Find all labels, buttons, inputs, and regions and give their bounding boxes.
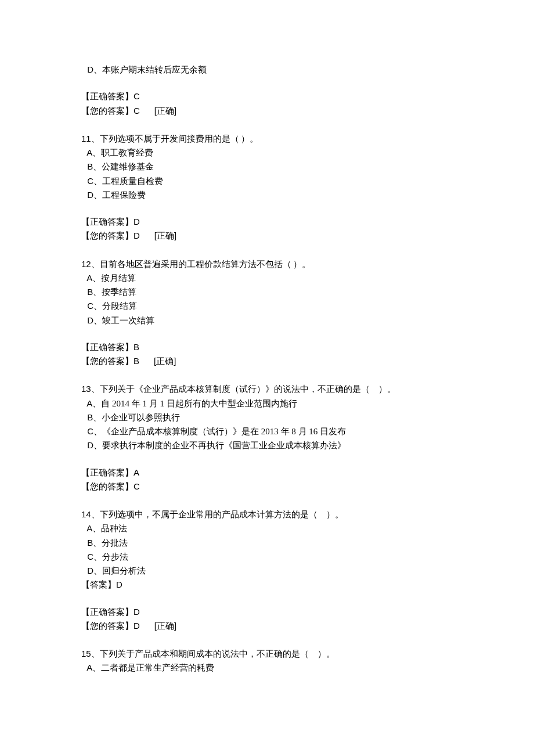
- option-c: C、分步法: [81, 550, 453, 564]
- option-c: C、《企业产品成本核算制度（试行）》是在 2013 年 8 月 16 日发布: [81, 424, 453, 438]
- question-15: 15、下列关于产品成本和期间成本的说法中，不正确的是（ ）。 A、二者都是正常生…: [81, 647, 453, 675]
- option-d: D、回归分析法: [81, 564, 453, 578]
- question-stem: 13、下列关于《企业产品成本核算制度（试行）》的说法中，不正确的是（ ）。: [81, 382, 453, 396]
- correct-answer: 【正确答案】C: [81, 89, 453, 103]
- your-answer: 【您的答案】C [正确]: [81, 104, 453, 118]
- option-a: A、职工教育经费: [81, 146, 453, 160]
- option-d: D、工程保险费: [81, 188, 453, 202]
- option-a: A、自 2014 年 1 月 1 日起所有的大中型企业范围内施行: [81, 397, 453, 411]
- question-13: 13、下列关于《企业产品成本核算制度（试行）》的说法中，不正确的是（ ）。 A、…: [81, 382, 453, 494]
- correct-answer: 【正确答案】A: [81, 466, 453, 480]
- your-answer: 【您的答案】B [正确]: [81, 354, 453, 368]
- option-a: A、二者都是正常生产经营的耗费: [81, 661, 453, 675]
- question-10-partial: D、本账户期末结转后应无余额 【正确答案】C 【您的答案】C [正确]: [81, 63, 453, 118]
- question-stem: 12、目前各地区普遍采用的工程价款结算方法不包括（ ）。: [81, 257, 453, 271]
- question-11: 11、下列选项不属于开发间接费用的是（ ）。 A、职工教育经费 B、公建维修基金…: [81, 132, 453, 243]
- question-14: 14、下列选项中，不属于企业常用的产品成本计算方法的是（ ）。 A、品种法 B、…: [81, 507, 453, 633]
- your-answer: 【您的答案】D [正确]: [81, 229, 453, 243]
- question-12: 12、目前各地区普遍采用的工程价款结算方法不包括（ ）。 A、按月结算 B、按季…: [81, 257, 453, 369]
- inline-answer: 【答案】D: [81, 578, 453, 592]
- option-c: C、工程质量自检费: [81, 174, 453, 188]
- question-stem: 15、下列关于产品成本和期间成本的说法中，不正确的是（ ）。: [81, 647, 453, 661]
- option-a: A、按月结算: [81, 271, 453, 285]
- option-b: B、分批法: [81, 536, 453, 550]
- exam-page: D、本账户期末结转后应无余额 【正确答案】C 【您的答案】C [正确] 11、下…: [0, 0, 534, 756]
- correct-answer: 【正确答案】B: [81, 340, 453, 354]
- your-answer: 【您的答案】C: [81, 480, 453, 494]
- correct-answer: 【正确答案】D: [81, 215, 453, 229]
- option-d: D、要求执行本制度的企业不再执行《国营工业企业成本核算办法》: [81, 438, 453, 452]
- option-b: B、按季结算: [81, 285, 453, 299]
- question-stem: 14、下列选项中，不属于企业常用的产品成本计算方法的是（ ）。: [81, 507, 453, 521]
- your-answer: 【您的答案】D [正确]: [81, 619, 453, 633]
- correct-answer: 【正确答案】D: [81, 605, 453, 619]
- question-stem: 11、下列选项不属于开发间接费用的是（ ）。: [81, 132, 453, 146]
- option-b: B、小企业可以参照执行: [81, 411, 453, 424]
- option-a: A、品种法: [81, 521, 453, 535]
- option-c: C、分段结算: [81, 299, 453, 313]
- option-b: B、公建维修基金: [81, 160, 453, 174]
- option-d: D、竣工一次结算: [81, 314, 453, 327]
- option-d: D、本账户期末结转后应无余额: [81, 63, 453, 77]
